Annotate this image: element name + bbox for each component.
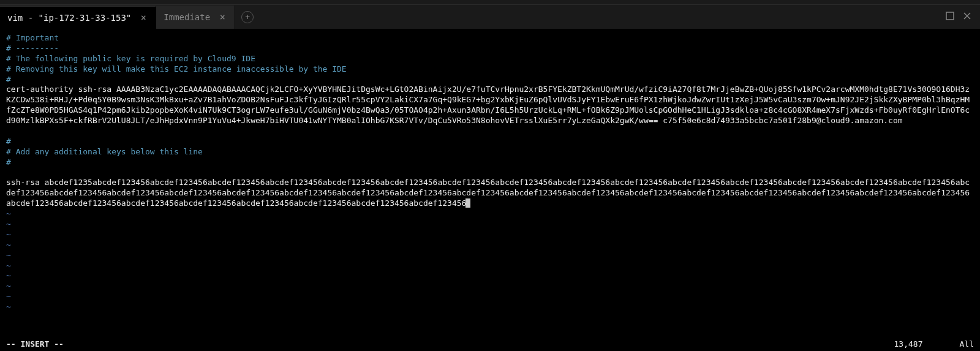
vim-tilde: ~ <box>6 271 11 280</box>
app-window: vim - "ip-172-31-33-153" × Immediate × +… <box>0 0 980 351</box>
vim-tilde: ~ <box>6 251 11 260</box>
scroll-position: All <box>960 339 974 349</box>
vim-status-bar: -- INSERT -- 13,487 All <box>0 336 980 351</box>
vim-tilde: ~ <box>6 292 11 301</box>
window-controls <box>946 12 980 22</box>
vim-tilde: ~ <box>6 302 11 311</box>
close-icon[interactable] <box>963 12 971 22</box>
cursor <box>466 198 470 208</box>
vim-tilde: ~ <box>6 219 11 228</box>
tab-vim[interactable]: vim - "ip-172-31-33-153" × <box>0 6 156 29</box>
comment-line: # Important <box>6 33 59 42</box>
vim-tilde: ~ <box>6 261 11 270</box>
vim-mode: -- INSERT -- <box>6 339 64 349</box>
editor-area[interactable]: # Important # --------- # The following … <box>0 29 980 336</box>
vim-tilde: ~ <box>6 240 11 249</box>
close-icon[interactable]: × <box>138 12 148 23</box>
vim-tilde: ~ <box>6 209 11 218</box>
add-tab-button[interactable]: + <box>241 11 254 23</box>
tab-label: vim - "ip-172-31-33-153" <box>7 13 131 23</box>
vim-tilde: ~ <box>6 281 11 290</box>
cursor-position: 13,487 <box>894 339 960 349</box>
tab-label: Immediate <box>164 12 210 22</box>
maximize-icon[interactable] <box>946 12 954 22</box>
comment-line: # The following public key is required b… <box>6 54 255 63</box>
comment-line: # --------- <box>6 43 59 53</box>
comment-line: # <box>6 157 11 167</box>
ssh-key-line: ssh-rsa abcdef1235abcdef123456abcdef1234… <box>6 178 970 208</box>
tab-bar: vim - "ip-172-31-33-153" × Immediate × + <box>0 5 980 29</box>
cert-authority-line: cert-authority ssh-rsa AAAAB3NzaC1yc2EAA… <box>6 85 970 125</box>
comment-line: # Add any additional keys below this lin… <box>6 147 203 156</box>
tab-immediate[interactable]: Immediate × <box>156 6 235 29</box>
vim-tilde: ~ <box>6 230 11 239</box>
close-icon[interactable]: × <box>217 12 227 23</box>
comment-line: # Removing this key will make this EC2 i… <box>6 64 347 74</box>
comment-line: # <box>6 75 11 84</box>
comment-line: # <box>6 137 11 146</box>
titlebar <box>0 0 980 5</box>
